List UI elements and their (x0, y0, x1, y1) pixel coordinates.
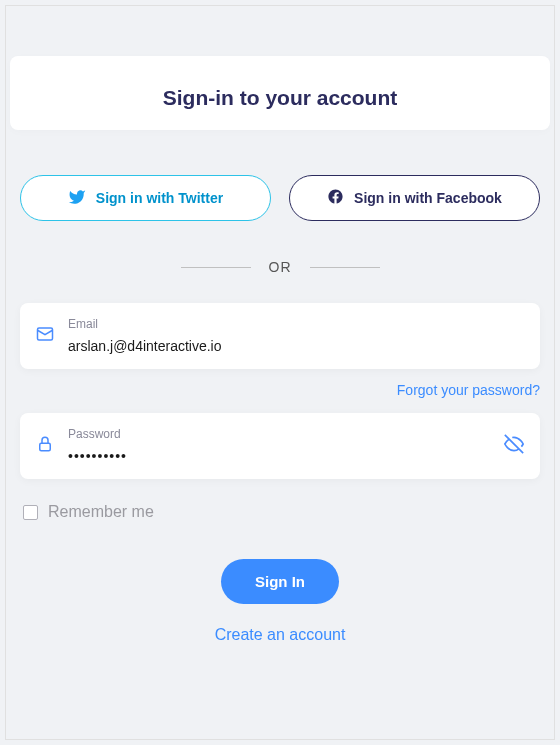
email-input[interactable] (68, 338, 524, 354)
twitter-signin-button[interactable]: Sign in with Twitter (20, 175, 271, 221)
password-input[interactable] (68, 448, 490, 464)
password-field-container: Password (20, 413, 540, 479)
signin-button[interactable]: Sign In (221, 559, 339, 604)
email-label: Email (68, 317, 524, 331)
divider-line (310, 267, 380, 268)
signin-card: Sign-in to your account (10, 56, 550, 130)
create-account-link[interactable]: Create an account (215, 626, 346, 643)
twitter-label: Sign in with Twitter (96, 190, 223, 206)
page-title: Sign-in to your account (35, 86, 525, 110)
svg-rect-1 (40, 443, 51, 451)
social-row: Sign in with Twitter Sign in with Facebo… (15, 175, 545, 221)
lock-icon (36, 435, 54, 457)
email-icon (36, 325, 54, 347)
forgot-password-link[interactable]: Forgot your password? (397, 382, 540, 398)
remember-checkbox[interactable] (23, 505, 38, 520)
facebook-icon (327, 188, 344, 208)
divider-text: OR (269, 259, 292, 275)
divider-line (181, 267, 251, 268)
email-field-container: Email (20, 303, 540, 369)
toggle-password-visibility-icon[interactable] (504, 434, 524, 458)
password-label: Password (68, 427, 490, 441)
twitter-icon (68, 188, 86, 209)
divider: OR (15, 259, 545, 275)
remember-label: Remember me (48, 503, 154, 521)
facebook-label: Sign in with Facebook (354, 190, 502, 206)
facebook-signin-button[interactable]: Sign in with Facebook (289, 175, 540, 221)
remember-row: Remember me (15, 503, 545, 521)
